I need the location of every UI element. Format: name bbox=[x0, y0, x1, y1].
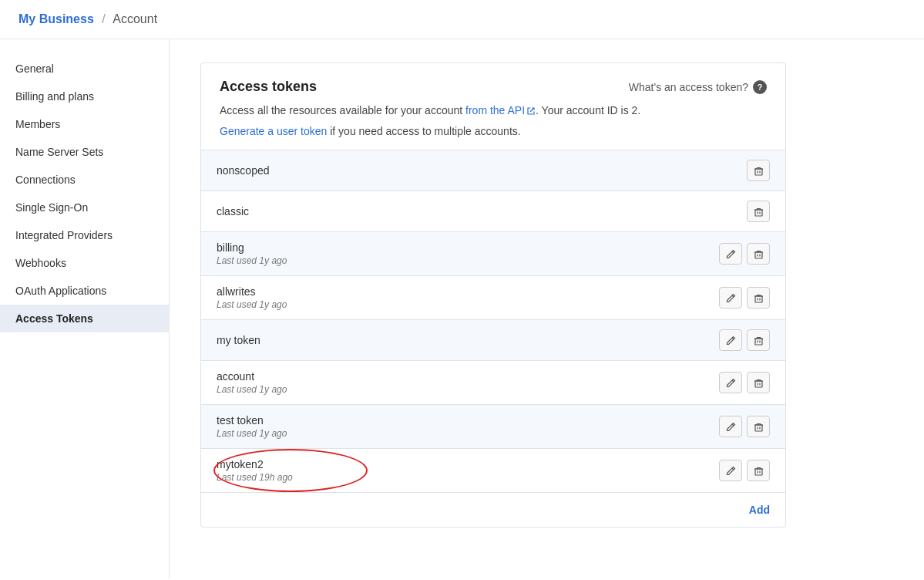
business-link[interactable]: My Business bbox=[18, 12, 94, 25]
token-last-used: Last used 1y ago bbox=[217, 384, 719, 395]
delete-token-button[interactable] bbox=[747, 243, 770, 265]
card-description: Access all the resources available for y… bbox=[220, 103, 767, 119]
delete-token-button[interactable] bbox=[747, 287, 770, 309]
token-name: billing bbox=[217, 241, 719, 254]
token-name: mytoken2 bbox=[217, 458, 719, 470]
token-row: test tokenLast used 1y ago bbox=[201, 405, 785, 449]
api-link[interactable]: from the API bbox=[465, 104, 525, 116]
token-row: allwritesLast used 1y ago bbox=[201, 276, 785, 320]
delete-token-button[interactable] bbox=[747, 416, 770, 437]
delete-token-button[interactable] bbox=[747, 460, 770, 481]
token-info: nonscoped bbox=[217, 164, 747, 177]
token-info: my token bbox=[217, 334, 719, 346]
delete-token-button[interactable] bbox=[747, 372, 770, 393]
svg-rect-3 bbox=[755, 296, 762, 302]
token-last-used: Last used 1y ago bbox=[217, 299, 719, 310]
token-row: my token bbox=[201, 320, 785, 361]
token-actions bbox=[719, 460, 770, 481]
external-link-icon bbox=[526, 106, 536, 116]
generate-line: Generate a user token if you need access… bbox=[220, 125, 767, 137]
token-name: nonscoped bbox=[217, 164, 747, 177]
token-actions bbox=[719, 329, 770, 351]
sidebar-item-members[interactable]: Members bbox=[0, 110, 169, 138]
current-page-label: Account bbox=[113, 12, 157, 25]
sidebar-item-oauthapps[interactable]: OAuth Applications bbox=[0, 277, 169, 305]
description-prefix: Access all the resources available for y… bbox=[220, 104, 465, 116]
token-info: accountLast used 1y ago bbox=[217, 370, 719, 395]
sidebar-item-general[interactable]: General bbox=[0, 55, 169, 83]
what-is-access-token[interactable]: What's an access token? ? bbox=[629, 80, 767, 94]
token-info: classic bbox=[217, 205, 747, 218]
page-header: My Business / Account bbox=[0, 0, 924, 39]
card-header-top: Access tokens What's an access token? ? bbox=[220, 79, 767, 95]
edit-token-button[interactable] bbox=[719, 372, 742, 393]
sidebar-item-billing[interactable]: Billing and plans bbox=[0, 83, 169, 110]
card-header: Access tokens What's an access token? ? … bbox=[201, 63, 785, 150]
token-row: classic bbox=[201, 191, 785, 232]
svg-rect-6 bbox=[755, 425, 762, 431]
delete-token-button[interactable] bbox=[747, 329, 770, 351]
sidebar: General Billing and plans Members Name S… bbox=[0, 39, 170, 579]
token-last-used: Last used 19h ago bbox=[217, 472, 719, 483]
help-icon[interactable]: ? bbox=[753, 80, 767, 94]
token-last-used: Last used 1y ago bbox=[217, 428, 719, 439]
generate-suffix: if you need access to multiple accounts. bbox=[327, 125, 520, 137]
token-actions bbox=[747, 160, 770, 181]
token-info: billingLast used 1y ago bbox=[217, 241, 719, 266]
svg-rect-2 bbox=[755, 252, 762, 258]
token-name: test token bbox=[217, 414, 719, 427]
add-token-link[interactable]: Add bbox=[749, 504, 770, 516]
sidebar-item-webhooks[interactable]: Webhooks bbox=[0, 249, 169, 277]
token-row: billingLast used 1y ago bbox=[201, 232, 785, 276]
token-last-used: Last used 1y ago bbox=[217, 255, 719, 266]
breadcrumb-separator: / bbox=[102, 12, 105, 25]
sidebar-item-singlesignon[interactable]: Single Sign-On bbox=[0, 194, 169, 221]
edit-token-button[interactable] bbox=[719, 243, 742, 265]
layout: General Billing and plans Members Name S… bbox=[0, 39, 924, 579]
token-name: classic bbox=[217, 205, 747, 218]
delete-token-button[interactable] bbox=[747, 160, 770, 181]
token-actions bbox=[719, 372, 770, 393]
token-actions bbox=[719, 287, 770, 309]
edit-token-button[interactable] bbox=[719, 460, 742, 481]
token-actions bbox=[747, 201, 770, 222]
main-content: Access tokens What's an access token? ? … bbox=[170, 39, 924, 579]
token-actions bbox=[719, 243, 770, 265]
sidebar-item-integratedproviders[interactable]: Integrated Providers bbox=[0, 221, 169, 249]
token-actions bbox=[719, 416, 770, 437]
description-suffix: . Your account ID is 2. bbox=[536, 104, 640, 116]
token-name: allwrites bbox=[217, 285, 719, 298]
access-tokens-card: Access tokens What's an access token? ? … bbox=[200, 62, 786, 528]
edit-token-button[interactable] bbox=[719, 416, 742, 437]
token-list: nonscopedclassicbillingLast used 1y agoa… bbox=[201, 150, 785, 493]
sidebar-item-accesstokens[interactable]: Access Tokens bbox=[0, 305, 169, 332]
sidebar-item-nameserversets[interactable]: Name Server Sets bbox=[0, 138, 169, 166]
generate-user-token-link[interactable]: Generate a user token bbox=[220, 125, 327, 137]
svg-rect-5 bbox=[755, 381, 762, 387]
token-info: test tokenLast used 1y ago bbox=[217, 414, 719, 439]
svg-rect-7 bbox=[755, 469, 762, 475]
token-row: mytoken2Last used 19h ago bbox=[201, 449, 785, 493]
card-title: Access tokens bbox=[220, 79, 317, 95]
token-info: mytoken2Last used 19h ago bbox=[217, 458, 719, 483]
token-info: allwritesLast used 1y ago bbox=[217, 285, 719, 310]
edit-token-button[interactable] bbox=[719, 329, 742, 351]
what-is-label: What's an access token? bbox=[629, 81, 748, 93]
delete-token-button[interactable] bbox=[747, 201, 770, 222]
edit-token-button[interactable] bbox=[719, 287, 742, 309]
svg-rect-1 bbox=[755, 210, 762, 216]
token-name: account bbox=[217, 370, 719, 383]
svg-rect-4 bbox=[755, 339, 762, 345]
svg-rect-0 bbox=[755, 169, 762, 175]
card-footer: Add bbox=[201, 493, 785, 527]
token-name: my token bbox=[217, 334, 719, 346]
sidebar-item-connections[interactable]: Connections bbox=[0, 166, 169, 194]
token-row: nonscoped bbox=[201, 150, 785, 191]
token-row: accountLast used 1y ago bbox=[201, 361, 785, 405]
